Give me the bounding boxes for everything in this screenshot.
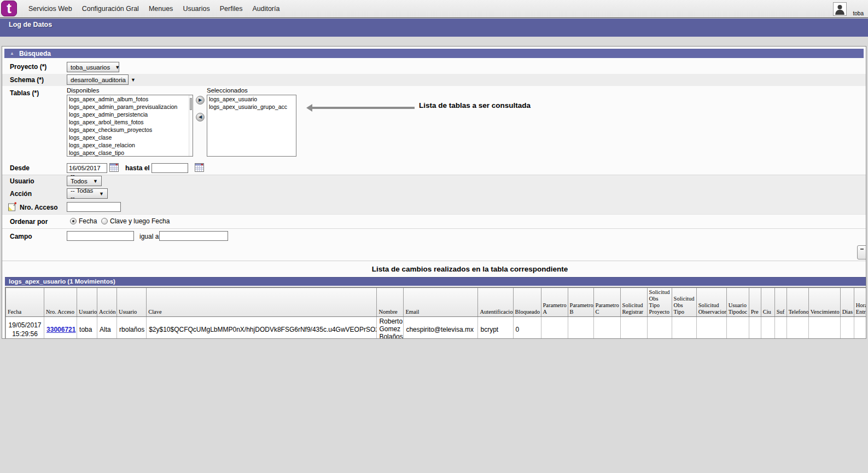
- table-cell: [672, 317, 696, 339]
- usuario-select[interactable]: -- Todos -- ▼: [67, 176, 102, 186]
- campo-input[interactable]: [67, 231, 134, 241]
- table-cell: [568, 317, 593, 339]
- disponibles-list[interactable]: logs_apex_admin_album_fotoslogs_apex_adm…: [67, 95, 193, 157]
- menu-item-servicios-web[interactable]: Servicios Web: [28, 5, 72, 13]
- column-header: Solicitud Registrar: [620, 288, 647, 317]
- column-header: Solicitud Obs Tipo: [672, 288, 696, 317]
- ordenar-radio[interactable]: Fecha: [70, 217, 97, 225]
- campo-label: Campo: [10, 233, 32, 240]
- radio-button-icon[interactable]: [101, 218, 108, 224]
- list-option[interactable]: logs_apex_admin_persistencia: [67, 111, 193, 118]
- table-cell: rbolaños: [117, 317, 147, 339]
- hasta-input[interactable]: [152, 163, 188, 173]
- column-header: Ciu: [761, 288, 774, 317]
- table-cell: 19/05/2017 15:29:56: [6, 317, 44, 339]
- page-title: Log de Datos: [9, 21, 52, 28]
- table-cell: Roberto Gomez Bolaños: [377, 317, 404, 339]
- page-title-bar: Log de Datos: [0, 19, 868, 37]
- proyecto-value: toba_usuarios: [71, 64, 110, 71]
- table-cell: [854, 317, 866, 339]
- toba-logo[interactable]: t: [1, 1, 17, 16]
- list-option[interactable]: logs_apex_clase: [67, 134, 193, 141]
- filter-button[interactable]: [857, 245, 866, 259]
- collapse-triangle-icon[interactable]: ▲: [10, 51, 14, 56]
- list-option[interactable]: logs_apex_admin_param_previsualizacion: [67, 103, 193, 111]
- column-header: Telefono: [787, 288, 808, 317]
- top-bar: t Servicios WebConfiguración GralMenuesU…: [0, 0, 868, 18]
- table-cell: [787, 317, 808, 339]
- proyecto-select[interactable]: toba_usuarios ▼: [67, 62, 119, 72]
- column-header: Email: [404, 288, 478, 317]
- column-header: Usuario: [117, 288, 147, 317]
- row-schema: Schema (*) desarrollo_auditoria ▼: [2, 74, 866, 86]
- list-option[interactable]: logs_apex_admin_album_fotos: [67, 95, 193, 103]
- calendar-icon[interactable]: [109, 163, 119, 172]
- results-section-header: logs_apex_usuario (1 Movimientos): [5, 277, 866, 286]
- search-section-header: ▲ Búsqueda: [4, 49, 864, 58]
- move-right-button[interactable]: ▶: [196, 96, 205, 105]
- row-nro-acceso: Nro. Acceso: [2, 200, 866, 214]
- results-table-wrap: FechaNro. AccesoUsuarioAcciónUsuarioClav…: [5, 287, 866, 339]
- column-header: Autentificacion: [478, 288, 513, 317]
- row-ordenar: Ordenar por Fecha Clave y luego Fecha: [2, 214, 866, 228]
- nro-acceso-input[interactable]: [67, 202, 121, 212]
- radio-label: Clave y luego Fecha: [110, 217, 170, 225]
- table-cell: [840, 317, 854, 339]
- menu-item-menues[interactable]: Menues: [149, 5, 173, 13]
- list-option[interactable]: logs_apex_clase_tipo: [67, 149, 193, 157]
- table-cell: Alta: [97, 317, 117, 339]
- list-option[interactable]: logs_apex_checksum_proyectos: [67, 126, 193, 134]
- ordenar-label: Ordenar por: [10, 218, 48, 226]
- table-cell: [620, 317, 647, 339]
- row-desde: Desde hasta el: [2, 161, 866, 175]
- accion-select[interactable]: -- Todas -- ▼: [67, 188, 108, 199]
- table-cell: chespirito@televisa.mx: [404, 317, 478, 339]
- table-cell: [647, 317, 672, 339]
- column-header: Vencimiento: [808, 288, 840, 317]
- list-option[interactable]: logs_apex_arbol_items_fotos: [67, 118, 193, 126]
- proyecto-label: Proyecto (*): [10, 63, 46, 71]
- scrollbar[interactable]: [189, 95, 193, 156]
- menu-item-perfiles[interactable]: Perfiles: [220, 5, 243, 13]
- table-cell: 0: [513, 317, 541, 339]
- menu-item-auditor-a[interactable]: Auditoría: [252, 5, 279, 13]
- radio-button-icon[interactable]: [70, 218, 77, 224]
- move-left-button[interactable]: ◀: [196, 113, 205, 122]
- table-cell: [541, 317, 568, 339]
- menu-item-usuarios[interactable]: Usuarios: [183, 5, 209, 13]
- igual-a-label: igual a: [139, 233, 159, 240]
- calendar-icon[interactable]: [195, 163, 204, 172]
- column-header: Nro. Acceso: [44, 288, 77, 317]
- search-footer: [2, 243, 866, 261]
- list-option[interactable]: logs_apex_usuario_grupo_acc: [207, 103, 296, 111]
- move-right-icon: ▶: [199, 97, 202, 102]
- campo-valor-input[interactable]: [159, 231, 228, 241]
- main-panel: ▲ Búsqueda Proyecto (*) toba_usuarios ▼ …: [2, 46, 866, 339]
- ordenar-radio[interactable]: Clave y luego Fecha: [101, 217, 170, 225]
- tablas-label: Tablas (*): [10, 89, 39, 97]
- radio-label: Fecha: [79, 217, 97, 225]
- list-option[interactable]: logs_apex_usuario: [207, 95, 296, 103]
- arrow-line: [312, 107, 415, 109]
- list-option[interactable]: logs_apex_clase_relacion: [67, 141, 193, 149]
- scrollbar-thumb[interactable]: [190, 98, 192, 110]
- edit-note-icon[interactable]: [8, 202, 16, 211]
- schema-select[interactable]: desarrollo_auditoria ▼: [67, 74, 129, 85]
- column-header: Parametro B: [568, 288, 593, 317]
- column-header: Solicitud Obs Tipo Proyecto: [647, 288, 672, 317]
- nro-acceso-link[interactable]: 33006721: [46, 326, 75, 333]
- row-proyecto: Proyecto (*) toba_usuarios ▼: [2, 60, 866, 74]
- user-avatar[interactable]: [833, 2, 847, 16]
- column-header: Fecha: [6, 288, 44, 317]
- column-header: Pre: [749, 288, 761, 317]
- seleccionados-list[interactable]: logs_apex_usuariologs_apex_usuario_grupo…: [207, 95, 296, 157]
- menu-item-configuraci-n-gral[interactable]: Configuración Gral: [82, 5, 139, 13]
- chevron-down-icon: ▼: [115, 65, 120, 70]
- chevron-down-icon: ▼: [131, 77, 136, 83]
- row-usuario: Usuario -- Todos -- ▼: [2, 175, 866, 188]
- column-header: Nombre: [377, 288, 404, 317]
- column-header: Usuario Tipodoc: [726, 288, 749, 317]
- column-header: Suf: [774, 288, 787, 317]
- table-cell: [696, 317, 726, 339]
- table-row: 19/05/2017 15:29:5633006721tobaAltarbola…: [6, 317, 867, 339]
